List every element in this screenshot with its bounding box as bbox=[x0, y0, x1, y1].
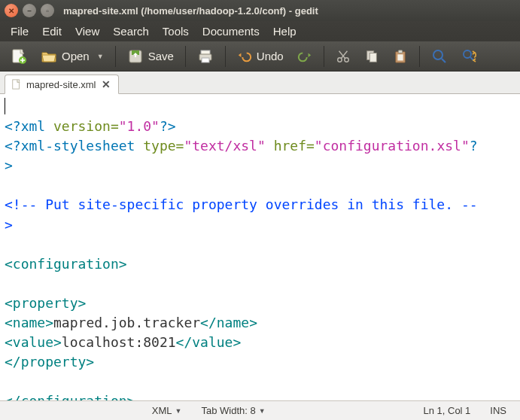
save-icon bbox=[127, 48, 144, 65]
undo-icon bbox=[237, 49, 252, 64]
scissors-icon bbox=[336, 49, 351, 64]
paste-icon bbox=[393, 49, 408, 64]
menubar: File Edit View Search Tools Documents He… bbox=[0, 21, 520, 41]
find-button[interactable] bbox=[427, 45, 452, 68]
redo-button[interactable] bbox=[293, 45, 317, 68]
tab-filename: mapred-site.xml bbox=[26, 79, 96, 90]
window-maximize-button[interactable]: ▫ bbox=[41, 4, 54, 17]
find-replace-icon bbox=[461, 48, 478, 65]
toolbar-separator bbox=[324, 46, 324, 67]
paste-button[interactable] bbox=[388, 45, 412, 68]
menu-tools[interactable]: Tools bbox=[157, 23, 195, 40]
open-folder-icon bbox=[41, 48, 57, 65]
menu-search[interactable]: Search bbox=[107, 23, 155, 40]
svg-rect-13 bbox=[397, 54, 403, 60]
save-button-label: Save bbox=[148, 50, 174, 62]
window-titlebar: ✕ – ▫ mapred-site.xml (/home/user/hadoop… bbox=[0, 0, 520, 21]
code-token: > bbox=[5, 157, 13, 173]
statusbar: XML ▼ Tab Width: 8 ▼ Ln 1, Col 1 INS bbox=[0, 400, 520, 420]
menu-edit[interactable]: Edit bbox=[36, 23, 68, 40]
code-tag: <property> bbox=[5, 295, 86, 311]
menu-view[interactable]: View bbox=[69, 23, 105, 40]
code-token: version bbox=[45, 118, 111, 134]
svg-rect-10 bbox=[369, 53, 376, 62]
code-token: ?> bbox=[160, 118, 176, 134]
code-token: = bbox=[111, 118, 119, 134]
code-token: ? bbox=[470, 138, 478, 154]
undo-button-label: Undo bbox=[257, 50, 284, 62]
language-label: XML bbox=[152, 405, 172, 416]
redo-icon bbox=[297, 49, 312, 64]
code-tag: </property> bbox=[5, 354, 94, 370]
copy-icon bbox=[364, 49, 379, 64]
menu-documents[interactable]: Documents bbox=[196, 23, 266, 40]
code-token: = bbox=[306, 138, 315, 154]
code-tag: </configuration> bbox=[5, 393, 135, 400]
window-minimize-button[interactable]: – bbox=[23, 4, 36, 17]
code-token: href bbox=[266, 138, 306, 154]
document-tabbar: mapred-site.xml ✕ bbox=[0, 72, 520, 94]
code-tag: <configuration> bbox=[5, 256, 127, 272]
code-token: <?xml bbox=[5, 118, 45, 134]
toolbar-separator bbox=[225, 46, 226, 67]
code-token: "text/xsl" bbox=[184, 138, 265, 154]
code-tag: <value> bbox=[5, 334, 62, 350]
code-token: > bbox=[5, 217, 13, 233]
open-button-label: Open bbox=[62, 50, 90, 62]
toolbar-separator bbox=[115, 46, 116, 67]
open-dropdown-icon[interactable]: ▼ bbox=[94, 53, 104, 60]
code-token: "1.0" bbox=[119, 118, 160, 134]
svg-rect-6 bbox=[202, 58, 209, 62]
find-replace-button[interactable] bbox=[457, 45, 482, 68]
code-token: "configuration.xsl" bbox=[315, 138, 470, 154]
undo-button[interactable]: Undo bbox=[233, 45, 288, 68]
copy-button[interactable] bbox=[360, 45, 384, 68]
chevron-down-icon: ▼ bbox=[259, 407, 266, 415]
menu-file[interactable]: File bbox=[5, 23, 35, 40]
print-icon bbox=[197, 48, 214, 65]
code-token: <!-- bbox=[5, 196, 37, 212]
code-token: = bbox=[176, 138, 184, 154]
toolbar-separator bbox=[419, 46, 420, 67]
tabwidth-selector[interactable]: Tab Width: 8 ▼ bbox=[195, 405, 271, 416]
toolbar: Open ▼ Save Undo bbox=[0, 41, 520, 72]
svg-rect-12 bbox=[398, 50, 402, 53]
code-tag: <name> bbox=[5, 315, 53, 330]
code-token: <?xml-stylesheet bbox=[5, 138, 135, 154]
window-close-button[interactable]: ✕ bbox=[5, 4, 18, 17]
toolbar-separator bbox=[185, 46, 186, 67]
svg-point-15 bbox=[464, 50, 471, 58]
code-token: -- bbox=[461, 196, 478, 212]
tabwidth-label: Tab Width: 8 bbox=[201, 405, 255, 416]
document-tab[interactable]: mapred-site.xml ✕ bbox=[5, 75, 119, 94]
window-title: mapred-site.xml (/home/user/hadoop-1.2.0… bbox=[63, 5, 318, 17]
code-tag: </name> bbox=[200, 315, 257, 330]
code-text: mapred.job.tracker bbox=[53, 315, 200, 330]
language-selector[interactable]: XML ▼ bbox=[146, 405, 188, 416]
cursor-position: Ln 1, Col 1 bbox=[417, 405, 476, 416]
new-file-button[interactable] bbox=[6, 45, 32, 68]
text-cursor bbox=[5, 98, 5, 114]
open-button[interactable]: Open ▼ bbox=[36, 45, 108, 68]
code-comment: Put site-specific property overrides in … bbox=[37, 196, 461, 212]
code-token: type bbox=[135, 138, 175, 154]
print-button[interactable] bbox=[193, 45, 218, 68]
insert-mode[interactable]: INS bbox=[484, 405, 512, 416]
code-text: localhost:8021 bbox=[62, 334, 176, 350]
cut-button[interactable] bbox=[331, 45, 355, 68]
file-icon bbox=[11, 79, 22, 90]
new-file-icon bbox=[11, 48, 27, 65]
code-tag: </value> bbox=[176, 334, 242, 350]
menu-help[interactable]: Help bbox=[267, 23, 303, 40]
save-button[interactable]: Save bbox=[123, 45, 178, 68]
svg-point-14 bbox=[433, 50, 442, 59]
search-icon bbox=[431, 48, 448, 65]
tab-close-button[interactable]: ✕ bbox=[100, 78, 112, 90]
text-editor[interactable]: <?xml version="1.0"?> <?xml-stylesheet t… bbox=[0, 94, 520, 400]
chevron-down-icon: ▼ bbox=[175, 407, 182, 415]
